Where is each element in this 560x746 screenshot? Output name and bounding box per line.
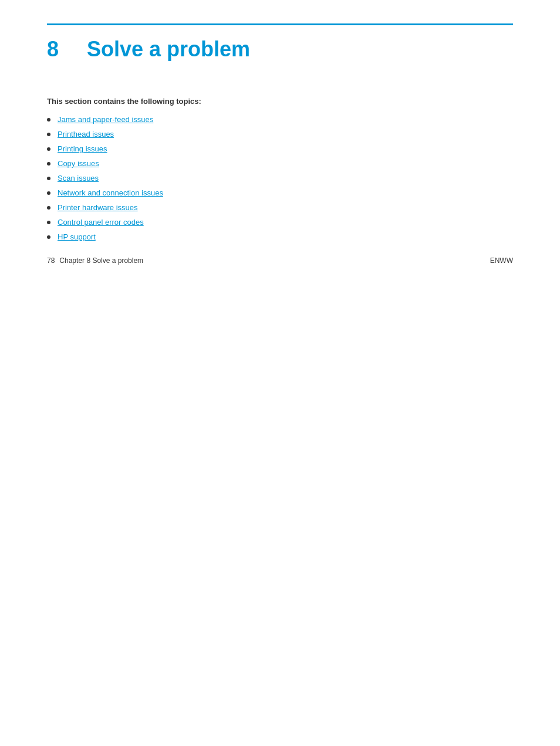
bullet-icon bbox=[47, 235, 50, 239]
bullet-icon bbox=[47, 162, 50, 166]
topic-list: Jams and paper-feed issuesPrinthead issu… bbox=[47, 115, 513, 241]
list-item: Scan issues bbox=[47, 174, 513, 183]
bullet-icon bbox=[47, 133, 50, 136]
footer-chapter-ref: Chapter 8 Solve a problem bbox=[59, 256, 143, 265]
list-item: Printer hardware issues bbox=[47, 203, 513, 212]
list-item: Control panel error codes bbox=[47, 218, 513, 227]
topic-link-2[interactable]: Printing issues bbox=[58, 144, 107, 153]
footer-right-text: ENWW bbox=[490, 256, 513, 265]
bullet-icon bbox=[47, 118, 50, 121]
list-item: Network and connection issues bbox=[47, 188, 513, 197]
footer-left: 78 Chapter 8 Solve a problem bbox=[47, 256, 143, 265]
topic-link-0[interactable]: Jams and paper-feed issues bbox=[58, 115, 153, 124]
list-item: Copy issues bbox=[47, 159, 513, 168]
page-footer: 78 Chapter 8 Solve a problem ENWW bbox=[47, 256, 513, 265]
topic-link-1[interactable]: Printhead issues bbox=[58, 130, 114, 139]
list-item: HP support bbox=[47, 232, 513, 241]
bullet-icon bbox=[47, 147, 50, 151]
page-container: 8 Solve a problem This section contains … bbox=[0, 0, 560, 282]
list-item: Printhead issues bbox=[47, 130, 513, 139]
topic-link-4[interactable]: Scan issues bbox=[58, 174, 99, 183]
chapter-number: 8 bbox=[47, 37, 70, 62]
topic-link-6[interactable]: Printer hardware issues bbox=[58, 203, 138, 212]
list-item: Jams and paper-feed issues bbox=[47, 115, 513, 124]
chapter-title: Solve a problem bbox=[87, 37, 250, 62]
topic-link-3[interactable]: Copy issues bbox=[58, 159, 99, 168]
topic-link-5[interactable]: Network and connection issues bbox=[58, 188, 163, 197]
top-border bbox=[47, 23, 513, 25]
section-intro-text: This section contains the following topi… bbox=[47, 97, 513, 106]
footer-page-number: 78 bbox=[47, 256, 55, 265]
bullet-icon bbox=[47, 221, 50, 224]
bullet-icon bbox=[47, 191, 50, 195]
bullet-icon bbox=[47, 177, 50, 180]
chapter-header: 8 Solve a problem bbox=[47, 37, 513, 62]
topic-link-7[interactable]: Control panel error codes bbox=[58, 218, 144, 227]
bullet-icon bbox=[47, 206, 50, 210]
topic-link-8[interactable]: HP support bbox=[58, 232, 96, 241]
list-item: Printing issues bbox=[47, 144, 513, 153]
